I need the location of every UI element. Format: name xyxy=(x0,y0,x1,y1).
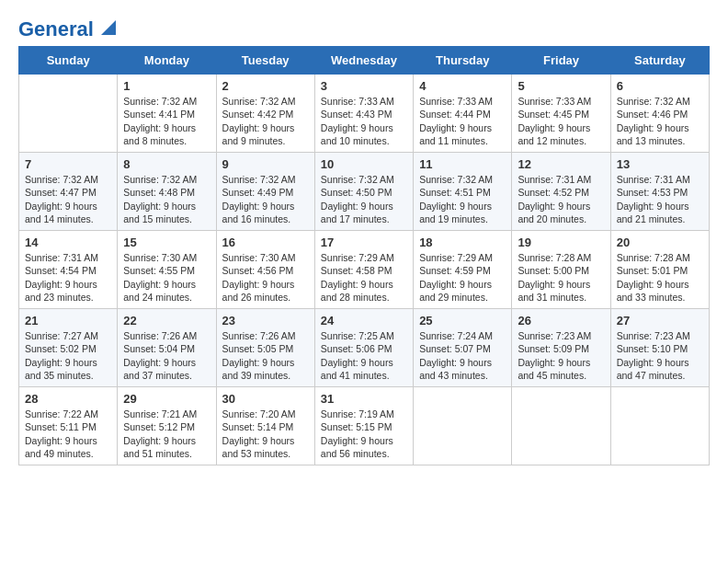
logo-icon xyxy=(96,17,116,37)
day-number: 29 xyxy=(123,392,210,406)
day-info: Sunset: 4:44 PM xyxy=(419,108,506,121)
day-info: Sunset: 4:55 PM xyxy=(123,264,210,277)
day-info: Sunrise: 7:32 AM xyxy=(321,173,407,186)
day-number: 3 xyxy=(321,79,407,93)
calendar-cell xyxy=(19,75,118,153)
day-info: Sunset: 5:00 PM xyxy=(518,264,604,277)
day-info: Daylight: 9 hours xyxy=(321,356,407,369)
day-number: 11 xyxy=(419,157,506,171)
calendar-cell: 6Sunrise: 7:32 AMSunset: 4:46 PMDaylight… xyxy=(610,75,709,153)
day-info: and 29 minutes. xyxy=(419,291,506,304)
day-info: and 53 minutes. xyxy=(222,447,309,460)
day-info: Sunset: 4:48 PM xyxy=(123,186,210,199)
day-info: Sunset: 5:15 PM xyxy=(321,420,407,433)
calendar-cell: 19Sunrise: 7:28 AMSunset: 5:00 PMDayligh… xyxy=(512,231,610,309)
day-info: Daylight: 9 hours xyxy=(25,434,111,447)
calendar-cell: 15Sunrise: 7:30 AMSunset: 4:55 PMDayligh… xyxy=(118,231,216,309)
day-info: Sunset: 5:02 PM xyxy=(25,342,111,355)
calendar-cell: 18Sunrise: 7:29 AMSunset: 4:59 PMDayligh… xyxy=(414,231,512,309)
day-info: Sunrise: 7:32 AM xyxy=(123,95,210,108)
day-info: Daylight: 9 hours xyxy=(419,121,506,134)
day-number: 4 xyxy=(419,79,506,93)
day-info: Sunrise: 7:28 AM xyxy=(518,251,604,264)
day-info: Daylight: 9 hours xyxy=(321,200,407,213)
day-info: and 33 minutes. xyxy=(617,291,703,304)
day-info: and 35 minutes. xyxy=(25,369,111,382)
day-info: and 45 minutes. xyxy=(518,369,604,382)
day-number: 14 xyxy=(25,236,111,249)
day-info: Sunset: 4:51 PM xyxy=(419,186,506,199)
day-info: and 39 minutes. xyxy=(222,369,309,382)
day-info: Sunrise: 7:31 AM xyxy=(518,173,604,186)
calendar-cell: 2Sunrise: 7:32 AMSunset: 4:42 PMDaylight… xyxy=(216,75,314,153)
weekday-header-tuesday: Tuesday xyxy=(216,47,314,75)
day-info: Sunrise: 7:28 AM xyxy=(617,251,703,264)
logo-text: General xyxy=(18,18,94,40)
day-info: Sunrise: 7:25 AM xyxy=(321,329,407,342)
calendar-cell: 9Sunrise: 7:32 AMSunset: 4:49 PMDaylight… xyxy=(216,153,314,231)
day-info: and 20 minutes. xyxy=(518,213,604,225)
day-info: Sunset: 4:42 PM xyxy=(222,108,309,121)
day-info: Sunrise: 7:32 AM xyxy=(222,173,309,186)
day-number: 2 xyxy=(222,79,309,93)
day-info: Sunrise: 7:33 AM xyxy=(321,95,407,108)
calendar-cell: 31Sunrise: 7:19 AMSunset: 5:15 PMDayligh… xyxy=(314,387,413,465)
day-info: and 14 minutes. xyxy=(25,213,111,225)
day-info: and 28 minutes. xyxy=(321,291,407,304)
day-info: and 41 minutes. xyxy=(321,369,407,382)
day-info: Sunrise: 7:26 AM xyxy=(222,329,309,342)
day-info: Daylight: 9 hours xyxy=(123,200,210,213)
day-info: Sunset: 4:46 PM xyxy=(617,108,703,121)
day-info: and 8 minutes. xyxy=(123,134,210,147)
day-number: 16 xyxy=(222,236,309,249)
day-info: Daylight: 9 hours xyxy=(321,434,407,447)
day-info: and 11 minutes. xyxy=(419,134,506,147)
calendar-cell: 11Sunrise: 7:32 AMSunset: 4:51 PMDayligh… xyxy=(414,153,512,231)
calendar-cell: 17Sunrise: 7:29 AMSunset: 4:58 PMDayligh… xyxy=(314,231,413,309)
day-info: Daylight: 9 hours xyxy=(25,278,111,291)
day-number: 8 xyxy=(123,157,210,171)
day-number: 22 xyxy=(123,314,210,327)
day-info: Sunset: 5:11 PM xyxy=(25,420,111,433)
day-info: and 37 minutes. xyxy=(123,369,210,382)
day-info: Sunset: 4:50 PM xyxy=(321,186,407,199)
day-info: Sunset: 4:59 PM xyxy=(419,264,506,277)
day-info: Sunrise: 7:33 AM xyxy=(518,95,604,108)
day-number: 1 xyxy=(123,79,210,93)
day-info: and 13 minutes. xyxy=(617,134,703,147)
day-number: 19 xyxy=(518,236,604,249)
weekday-header-friday: Friday xyxy=(512,47,610,75)
day-info: Daylight: 9 hours xyxy=(518,356,604,369)
week-row-1: 1Sunrise: 7:32 AMSunset: 4:41 PMDaylight… xyxy=(19,75,710,153)
day-info: Daylight: 9 hours xyxy=(518,200,604,213)
day-info: Sunset: 4:52 PM xyxy=(518,186,604,199)
day-info: Sunrise: 7:29 AM xyxy=(321,251,407,264)
weekday-header-wednesday: Wednesday xyxy=(314,47,413,75)
day-info: Daylight: 9 hours xyxy=(321,121,407,134)
day-number: 6 xyxy=(617,79,703,93)
day-info: Sunrise: 7:33 AM xyxy=(419,95,506,108)
day-info: Sunrise: 7:21 AM xyxy=(123,408,210,420)
calendar-cell: 25Sunrise: 7:24 AMSunset: 5:07 PMDayligh… xyxy=(414,309,512,387)
calendar-cell xyxy=(414,387,512,465)
calendar-cell: 24Sunrise: 7:25 AMSunset: 5:06 PMDayligh… xyxy=(314,309,413,387)
calendar-cell: 7Sunrise: 7:32 AMSunset: 4:47 PMDaylight… xyxy=(19,153,118,231)
calendar-cell: 3Sunrise: 7:33 AMSunset: 4:43 PMDaylight… xyxy=(314,75,413,153)
day-info: and 49 minutes. xyxy=(25,447,111,460)
calendar-cell: 27Sunrise: 7:23 AMSunset: 5:10 PMDayligh… xyxy=(610,309,709,387)
calendar-cell: 4Sunrise: 7:33 AMSunset: 4:44 PMDaylight… xyxy=(414,75,512,153)
day-info: and 9 minutes. xyxy=(222,134,309,147)
calendar-cell: 21Sunrise: 7:27 AMSunset: 5:02 PMDayligh… xyxy=(19,309,118,387)
day-info: Sunset: 4:54 PM xyxy=(25,264,111,277)
day-info: and 24 minutes. xyxy=(123,291,210,304)
day-number: 21 xyxy=(25,314,111,327)
day-info: Daylight: 9 hours xyxy=(419,200,506,213)
day-info: and 21 minutes. xyxy=(617,213,703,225)
day-info: Sunset: 4:49 PM xyxy=(222,186,309,199)
day-info: and 31 minutes. xyxy=(518,291,604,304)
weekday-header-saturday: Saturday xyxy=(610,47,709,75)
calendar-cell: 20Sunrise: 7:28 AMSunset: 5:01 PMDayligh… xyxy=(610,231,709,309)
day-number: 31 xyxy=(321,392,407,406)
day-info: Sunrise: 7:26 AM xyxy=(123,329,210,342)
day-number: 18 xyxy=(419,236,506,249)
